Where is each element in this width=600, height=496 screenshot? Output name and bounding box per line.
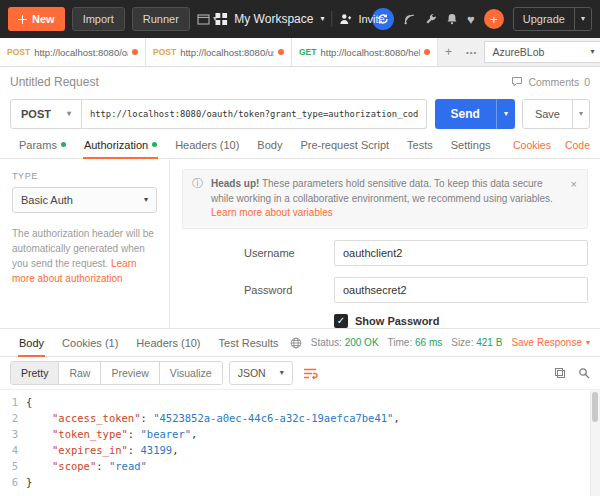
response-tab-tests[interactable]: Test Results bbox=[210, 329, 288, 356]
tab-authorization[interactable]: Authorization bbox=[75, 131, 166, 158]
json-colon: : bbox=[128, 444, 141, 456]
save-label: Save bbox=[523, 108, 572, 120]
response-toolbar-right bbox=[554, 367, 590, 379]
json-comma: , bbox=[393, 412, 399, 424]
request-tab-2[interactable]: POST http://localhost:8080/user bbox=[146, 38, 292, 66]
request-tab-3[interactable]: GET http://localhost:8080/hello bbox=[292, 38, 438, 66]
json-comma: , bbox=[191, 428, 197, 440]
tools-button[interactable] bbox=[425, 13, 437, 25]
workspace-switcher[interactable]: My Workspace ▾ Invite bbox=[215, 0, 384, 38]
auth-type-select[interactable]: Basic Auth ▾ bbox=[12, 187, 157, 213]
chevron-down-icon: ▾ bbox=[504, 110, 508, 118]
password-field[interactable] bbox=[334, 277, 588, 303]
response-tab-cookies[interactable]: Cookies (1) bbox=[53, 329, 127, 356]
json-key: "token_type" bbox=[52, 428, 128, 440]
favorites-button[interactable]: ♥ bbox=[467, 13, 475, 26]
view-pretty-button[interactable]: Pretty bbox=[11, 362, 59, 384]
format-select[interactable]: JSON ▾ bbox=[229, 361, 293, 385]
unsaved-dot bbox=[424, 49, 430, 55]
show-password-label: Show Password bbox=[355, 315, 439, 327]
username-row: Username bbox=[182, 240, 588, 266]
tab-headers-label: Headers (10) bbox=[175, 139, 239, 151]
chevron-down-icon: ▾ bbox=[579, 110, 583, 118]
send-button[interactable]: Send ▾ bbox=[435, 99, 515, 129]
upgrade-button[interactable]: Upgrade ▾ bbox=[513, 7, 592, 31]
notifications-button[interactable] bbox=[446, 13, 458, 25]
auth-type-label: TYPE bbox=[12, 171, 157, 181]
import-button-label: Import bbox=[83, 13, 114, 25]
view-preview-button[interactable]: Preview bbox=[101, 362, 159, 384]
url-input[interactable] bbox=[82, 99, 427, 129]
tab-body[interactable]: Body bbox=[248, 131, 291, 158]
method-select[interactable]: POST ▾ bbox=[10, 99, 82, 129]
password-label: Password bbox=[244, 284, 334, 296]
grid-icon bbox=[215, 13, 227, 25]
code-text: } bbox=[26, 474, 32, 490]
wrap-text-icon bbox=[303, 367, 318, 380]
wrap-text-button[interactable] bbox=[303, 367, 318, 380]
close-icon[interactable]: × bbox=[570, 177, 578, 193]
banner-link[interactable]: Learn more about variables bbox=[211, 207, 333, 218]
save-button[interactable]: Save ▾ bbox=[522, 99, 590, 129]
search-icon[interactable] bbox=[578, 367, 590, 379]
request-tab-strip: POST http://localhost:8080/oa... POST ht… bbox=[0, 38, 600, 67]
scrollbar-thumb[interactable] bbox=[592, 392, 598, 422]
view-visualize-button[interactable]: Visualize bbox=[160, 362, 222, 384]
comments-button[interactable]: Comments 0 bbox=[511, 76, 590, 88]
code-text: { bbox=[26, 394, 32, 410]
tab-params[interactable]: Params bbox=[10, 131, 75, 158]
tab-options-button[interactable]: ••• bbox=[459, 38, 484, 66]
size-label: Size: 421 B bbox=[451, 337, 502, 348]
response-tab-headers[interactable]: Headers (10) bbox=[127, 329, 209, 356]
save-response-button[interactable]: Save Response ▾ bbox=[511, 337, 590, 348]
request-tab-1[interactable]: POST http://localhost:8080/oa... bbox=[0, 38, 146, 66]
view-preview-label: Preview bbox=[111, 367, 148, 379]
globe-icon[interactable] bbox=[290, 337, 302, 349]
chevron-down-icon: ▾ bbox=[320, 15, 324, 23]
request-links: Cookies Code bbox=[513, 139, 590, 151]
time-value: 66 ms bbox=[415, 337, 442, 348]
tab-settings[interactable]: Settings bbox=[442, 131, 500, 158]
response-tabs: Body Cookies (1) Headers (10) Test Resul… bbox=[0, 329, 600, 357]
json-key: "expires_in" bbox=[52, 444, 128, 456]
response-tab-body-label: Body bbox=[19, 337, 44, 349]
info-icon: ⓘ bbox=[192, 177, 203, 190]
tab-headers[interactable]: Headers (10) bbox=[166, 131, 248, 158]
response-tab-headers-label: Headers (10) bbox=[136, 337, 200, 349]
scrollbar-track[interactable] bbox=[590, 390, 600, 496]
window-icon bbox=[197, 14, 210, 25]
new-tab-button[interactable]: + bbox=[438, 38, 459, 66]
import-button[interactable]: Import bbox=[72, 7, 125, 31]
line-number: 2 bbox=[0, 410, 26, 426]
json-string-value: "4523852a-a0ec-44c6-a32c-19aefca7be41" bbox=[153, 412, 393, 424]
username-label: Username bbox=[244, 247, 334, 259]
topbar-left: New Import Runner ▾ bbox=[8, 7, 217, 31]
cookies-link[interactable]: Cookies bbox=[513, 139, 551, 151]
environment-select[interactable]: AzureBLob ▾ bbox=[484, 41, 600, 63]
open-new-window-button[interactable]: ▾ bbox=[197, 14, 217, 25]
show-password-checkbox[interactable]: ✓ bbox=[334, 314, 348, 328]
interceptor-button[interactable] bbox=[403, 13, 416, 26]
code-link[interactable]: Code bbox=[565, 139, 590, 151]
new-button[interactable]: New bbox=[8, 7, 65, 31]
top-bar: New Import Runner ▾ My Workspace ▾ Invit… bbox=[0, 0, 600, 38]
invite-label[interactable]: Invite bbox=[358, 13, 384, 25]
avatar[interactable]: + bbox=[484, 9, 504, 29]
copy-icon[interactable] bbox=[554, 367, 566, 379]
heart-icon: ♥ bbox=[467, 13, 475, 26]
save-options-caret[interactable]: ▾ bbox=[572, 100, 589, 128]
code-line: 3 "token_type": "bearer", bbox=[0, 426, 600, 442]
upgrade-caret[interactable]: ▾ bbox=[574, 8, 591, 30]
satellite-icon bbox=[403, 13, 416, 26]
view-raw-button[interactable]: Raw bbox=[59, 362, 101, 384]
response-tab-body[interactable]: Body bbox=[10, 329, 53, 356]
tab-prerequest[interactable]: Pre-request Script bbox=[291, 131, 398, 158]
view-visualize-label: Visualize bbox=[170, 367, 212, 379]
view-mode-segment: Pretty Raw Preview Visualize bbox=[10, 361, 223, 385]
username-field[interactable] bbox=[334, 240, 588, 266]
tab-url: http://localhost:8080/user bbox=[180, 47, 274, 58]
tab-tests[interactable]: Tests bbox=[398, 131, 442, 158]
send-options-caret[interactable]: ▾ bbox=[496, 99, 515, 129]
runner-button[interactable]: Runner bbox=[132, 7, 190, 31]
response-body-viewer[interactable]: 1 { 2 "access_token": "4523852a-a0ec-44c… bbox=[0, 389, 600, 496]
